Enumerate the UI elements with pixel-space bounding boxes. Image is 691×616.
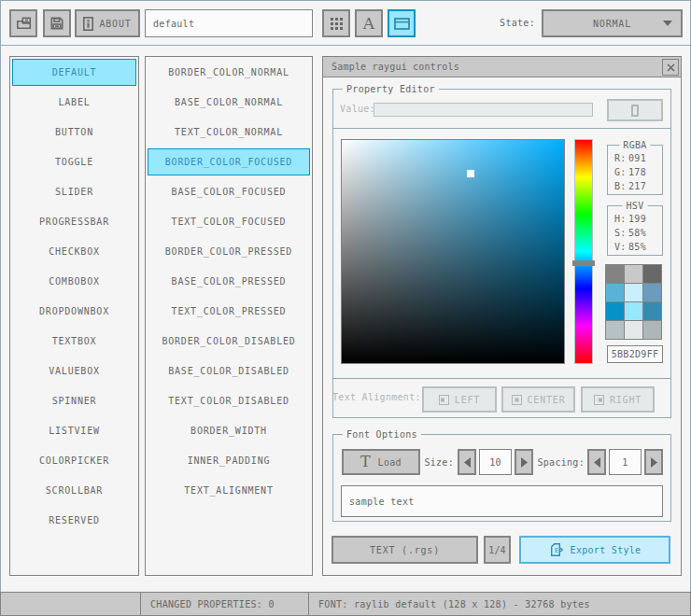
about-button-label: ABOUT [99, 19, 131, 29]
rgba-b-row: B:217 [608, 179, 662, 193]
separator-line-bottom [332, 378, 671, 379]
style-color-cell-11 [643, 321, 661, 339]
control-item-dropdownbox[interactable]: DROPDOWNBOX [12, 298, 136, 325]
property-item-text_color_disabled[interactable]: TEXT_COLOR_DISABLED [148, 387, 310, 414]
state-label: State: [460, 18, 535, 28]
property-item-base_color_normal[interactable]: BASE_COLOR_NORMAL [148, 89, 310, 116]
font-spacing-label: Spacing: [501, 457, 585, 468]
property-item-text_color_pressed[interactable]: TEXT_COLOR_PRESSED [148, 298, 310, 325]
window-mode-button[interactable] [388, 9, 416, 37]
control-item-valuebox[interactable]: VALUEBOX [12, 357, 136, 385]
value-label: Value: [340, 104, 375, 114]
svg-text:E: E [555, 547, 559, 554]
style-color-cell-4 [625, 284, 642, 301]
control-item-colorpicker[interactable]: COLORPICKER [12, 447, 136, 474]
font-size-label: Size: [398, 457, 454, 468]
arrow-left-icon [464, 457, 471, 468]
font-spacing-decrease-button[interactable] [587, 449, 606, 475]
property-item-border_color_pressed[interactable]: BORDER_COLOR_PRESSED [148, 238, 310, 265]
close-window-button[interactable] [662, 59, 679, 76]
align-center-label: CENTER [528, 395, 566, 405]
close-icon [666, 63, 676, 73]
sample-window-titlebar[interactable]: Sample raygui controls [323, 57, 681, 77]
about-button[interactable]: ABOUT [75, 9, 140, 37]
control-item-spinner[interactable]: SPINNER [12, 387, 136, 414]
export-style-button[interactable]: E Export Style [519, 536, 670, 564]
format-pager-button[interactable]: 1/4 [484, 536, 511, 564]
control-item-default[interactable]: DEFAULT [12, 59, 136, 86]
info-icon [83, 17, 93, 31]
style-colors-grid [605, 264, 662, 340]
property-item-border_color_normal[interactable]: BORDER_COLOR_NORMAL [148, 59, 310, 86]
control-item-button[interactable]: BUTTON [12, 119, 136, 146]
value-input[interactable] [374, 103, 593, 117]
property-item-base_color_disabled[interactable]: BASE_COLOR_DISABLED [148, 357, 310, 385]
align-right-button[interactable]: RIGHT [581, 386, 655, 413]
controls-list: DEFAULTLABELBUTTONTOGGLESLIDERPROGRESSBA… [9, 56, 139, 576]
hue-slider[interactable] [574, 139, 593, 364]
open-style-button[interactable] [9, 9, 37, 37]
control-item-toggle[interactable]: TOGGLE [12, 148, 136, 175]
font-a-icon: A [363, 16, 375, 32]
align-right-icon [594, 395, 604, 405]
align-center-icon [512, 395, 522, 405]
style-color-cell-3 [606, 284, 624, 301]
property-item-border_color_disabled[interactable]: BORDER_COLOR_DISABLED [148, 328, 310, 355]
property-item-border_color_focused[interactable]: BORDER_COLOR_FOCUSED [148, 148, 310, 175]
zero-glyph-icon [631, 105, 639, 117]
sample-text-input[interactable]: sample text [341, 485, 663, 517]
control-item-scrollbar[interactable]: SCROLLBAR [12, 477, 136, 504]
style-color-cell-7 [625, 302, 642, 320]
text-alignment-label: Text Alignment: [332, 392, 421, 402]
hue-slider-handle[interactable] [572, 260, 595, 266]
hsv-s-row: S:58% [608, 226, 662, 240]
status-font-info: FONT: raylib default (128 x 128) - 32768… [309, 593, 690, 615]
grid-mode-button[interactable] [322, 9, 350, 37]
control-item-progressbar[interactable]: PROGRESSBAR [12, 208, 136, 235]
align-left-button[interactable]: LEFT [422, 386, 497, 413]
style-color-cell-6 [606, 302, 624, 320]
control-item-slider[interactable]: SLIDER [12, 178, 136, 205]
save-style-button[interactable] [43, 9, 71, 37]
control-item-textbox[interactable]: TEXTBOX [12, 328, 136, 355]
style-name-input[interactable]: default [145, 9, 313, 37]
font-spacing-value[interactable]: 1 [609, 449, 642, 475]
align-left-icon [439, 395, 449, 405]
control-item-label[interactable]: LABEL [12, 89, 136, 116]
changed-properties-text: CHANGED PROPERTIES: 0 [150, 599, 275, 609]
property-item-base_color_focused[interactable]: BASE_COLOR_FOCUSED [148, 178, 310, 205]
font-spacing-increase-button[interactable] [644, 449, 663, 475]
hex-color-input[interactable]: 5BB2D9FF [607, 345, 663, 363]
hsv-groupbox: HSV H:199S:58%V:85% [607, 205, 663, 256]
control-item-combobox[interactable]: COMBOBOX [12, 268, 136, 295]
rgba-groupbox: RGBA R:091G:178B:217 [607, 145, 663, 195]
property-item-inner_padding[interactable]: INNER_PADDING [148, 447, 310, 474]
font-size-decrease-button[interactable] [458, 449, 476, 475]
color-saturation-value-panel[interactable] [341, 139, 565, 364]
rguistyler-window: ABOUT default A State: NORMAL [0, 0, 691, 616]
toolbar-separator [0, 45, 691, 46]
file-export-icon: E [549, 542, 564, 557]
value-zero-button[interactable] [607, 99, 663, 121]
rgba-g-row: G:178 [608, 165, 662, 179]
property-item-border_width[interactable]: BORDER_WIDTH [148, 417, 310, 444]
state-dropdown[interactable]: NORMAL [542, 9, 683, 37]
property-item-text_color_normal[interactable]: TEXT_COLOR_NORMAL [148, 119, 310, 146]
font-spacing-value-text: 1 [622, 457, 628, 468]
font-mode-button[interactable]: A [355, 9, 383, 37]
hex-color-value: 5BB2D9FF [612, 349, 659, 359]
property-item-text_alignment[interactable]: TEXT_ALIGNMENT [148, 477, 310, 504]
color-selector-cursor[interactable] [467, 170, 474, 177]
property-item-text_color_focused[interactable]: TEXT_COLOR_FOCUSED [148, 208, 310, 235]
folder-open-icon [16, 16, 32, 31]
state-dropdown-value: NORMAL [593, 19, 631, 29]
control-item-listview[interactable]: LISTVIEW [12, 417, 136, 444]
style-name-value: default [153, 19, 194, 29]
align-center-button[interactable]: CENTER [501, 386, 575, 413]
font-t-icon: T [360, 455, 371, 469]
property-item-base_color_pressed[interactable]: BASE_COLOR_PRESSED [148, 268, 310, 295]
export-format-button[interactable]: TEXT (.rgs) [331, 536, 478, 564]
control-item-reserved[interactable]: RESERVED [12, 507, 136, 534]
control-item-checkbox[interactable]: CHECKBOX [12, 238, 136, 265]
status-changed-properties: CHANGED PROPERTIES: 0 [141, 593, 309, 615]
